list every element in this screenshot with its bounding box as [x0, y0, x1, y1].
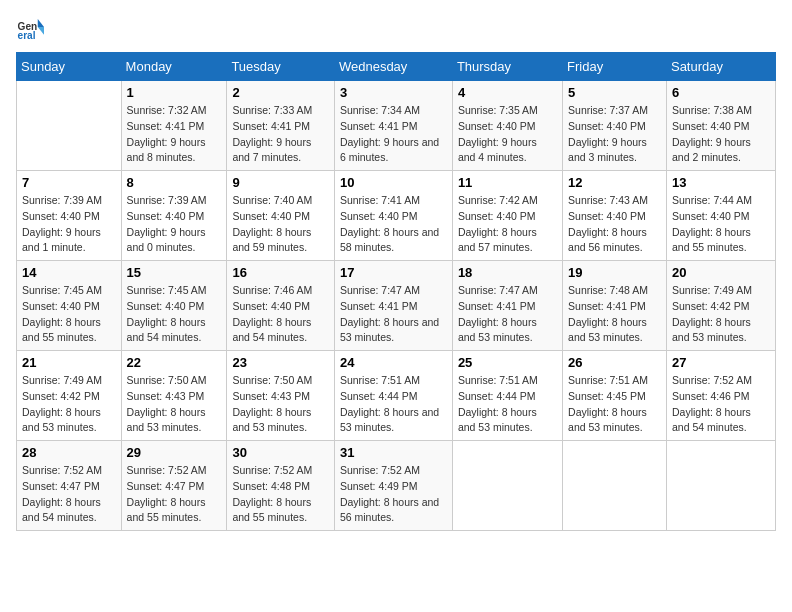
day-cell: 7 Sunrise: 7:39 AMSunset: 4:40 PMDayligh… — [17, 171, 122, 261]
day-number: 14 — [22, 265, 116, 280]
day-cell: 14 Sunrise: 7:45 AMSunset: 4:40 PMDaylig… — [17, 261, 122, 351]
day-info: Sunrise: 7:37 AMSunset: 4:40 PMDaylight:… — [568, 104, 648, 163]
day-number: 27 — [672, 355, 770, 370]
day-info: Sunrise: 7:47 AMSunset: 4:41 PMDaylight:… — [458, 284, 538, 343]
day-info: Sunrise: 7:47 AMSunset: 4:41 PMDaylight:… — [340, 284, 439, 343]
day-info: Sunrise: 7:50 AMSunset: 4:43 PMDaylight:… — [127, 374, 207, 433]
day-number: 12 — [568, 175, 661, 190]
day-cell: 25 Sunrise: 7:51 AMSunset: 4:44 PMDaylig… — [452, 351, 562, 441]
day-info: Sunrise: 7:41 AMSunset: 4:40 PMDaylight:… — [340, 194, 439, 253]
day-cell: 24 Sunrise: 7:51 AMSunset: 4:44 PMDaylig… — [334, 351, 452, 441]
logo: Gen eral — [16, 16, 48, 44]
day-number: 25 — [458, 355, 557, 370]
day-info: Sunrise: 7:46 AMSunset: 4:40 PMDaylight:… — [232, 284, 312, 343]
header-sunday: Sunday — [17, 53, 122, 81]
day-info: Sunrise: 7:43 AMSunset: 4:40 PMDaylight:… — [568, 194, 648, 253]
header-friday: Friday — [563, 53, 667, 81]
logo-icon: Gen eral — [16, 16, 44, 44]
day-cell: 21 Sunrise: 7:49 AMSunset: 4:42 PMDaylig… — [17, 351, 122, 441]
day-cell: 29 Sunrise: 7:52 AMSunset: 4:47 PMDaylig… — [121, 441, 227, 531]
day-cell: 16 Sunrise: 7:46 AMSunset: 4:40 PMDaylig… — [227, 261, 335, 351]
day-number: 31 — [340, 445, 447, 460]
day-info: Sunrise: 7:32 AMSunset: 4:41 PMDaylight:… — [127, 104, 207, 163]
day-info: Sunrise: 7:52 AMSunset: 4:49 PMDaylight:… — [340, 464, 439, 523]
day-info: Sunrise: 7:52 AMSunset: 4:46 PMDaylight:… — [672, 374, 752, 433]
day-info: Sunrise: 7:35 AMSunset: 4:40 PMDaylight:… — [458, 104, 538, 163]
day-number: 11 — [458, 175, 557, 190]
header: Gen eral — [16, 16, 776, 44]
day-cell — [666, 441, 775, 531]
day-number: 8 — [127, 175, 222, 190]
day-number: 24 — [340, 355, 447, 370]
day-number: 21 — [22, 355, 116, 370]
day-cell: 1 Sunrise: 7:32 AMSunset: 4:41 PMDayligh… — [121, 81, 227, 171]
day-info: Sunrise: 7:38 AMSunset: 4:40 PMDaylight:… — [672, 104, 752, 163]
day-number: 26 — [568, 355, 661, 370]
day-cell: 22 Sunrise: 7:50 AMSunset: 4:43 PMDaylig… — [121, 351, 227, 441]
day-cell: 15 Sunrise: 7:45 AMSunset: 4:40 PMDaylig… — [121, 261, 227, 351]
day-cell: 12 Sunrise: 7:43 AMSunset: 4:40 PMDaylig… — [563, 171, 667, 261]
day-number: 17 — [340, 265, 447, 280]
day-info: Sunrise: 7:45 AMSunset: 4:40 PMDaylight:… — [127, 284, 207, 343]
day-info: Sunrise: 7:50 AMSunset: 4:43 PMDaylight:… — [232, 374, 312, 433]
day-cell: 26 Sunrise: 7:51 AMSunset: 4:45 PMDaylig… — [563, 351, 667, 441]
day-cell: 11 Sunrise: 7:42 AMSunset: 4:40 PMDaylig… — [452, 171, 562, 261]
svg-marker-3 — [38, 27, 44, 35]
day-number: 7 — [22, 175, 116, 190]
day-cell: 6 Sunrise: 7:38 AMSunset: 4:40 PMDayligh… — [666, 81, 775, 171]
header-saturday: Saturday — [666, 53, 775, 81]
day-number: 28 — [22, 445, 116, 460]
day-cell: 19 Sunrise: 7:48 AMSunset: 4:41 PMDaylig… — [563, 261, 667, 351]
day-cell: 3 Sunrise: 7:34 AMSunset: 4:41 PMDayligh… — [334, 81, 452, 171]
day-info: Sunrise: 7:51 AMSunset: 4:44 PMDaylight:… — [340, 374, 439, 433]
calendar-table: SundayMondayTuesdayWednesdayThursdayFrid… — [16, 52, 776, 531]
day-info: Sunrise: 7:52 AMSunset: 4:47 PMDaylight:… — [127, 464, 207, 523]
day-info: Sunrise: 7:51 AMSunset: 4:44 PMDaylight:… — [458, 374, 538, 433]
day-number: 20 — [672, 265, 770, 280]
day-cell: 31 Sunrise: 7:52 AMSunset: 4:49 PMDaylig… — [334, 441, 452, 531]
day-cell: 28 Sunrise: 7:52 AMSunset: 4:47 PMDaylig… — [17, 441, 122, 531]
day-info: Sunrise: 7:44 AMSunset: 4:40 PMDaylight:… — [672, 194, 752, 253]
day-cell: 5 Sunrise: 7:37 AMSunset: 4:40 PMDayligh… — [563, 81, 667, 171]
day-info: Sunrise: 7:40 AMSunset: 4:40 PMDaylight:… — [232, 194, 312, 253]
day-cell: 9 Sunrise: 7:40 AMSunset: 4:40 PMDayligh… — [227, 171, 335, 261]
day-cell: 27 Sunrise: 7:52 AMSunset: 4:46 PMDaylig… — [666, 351, 775, 441]
week-row-3: 21 Sunrise: 7:49 AMSunset: 4:42 PMDaylig… — [17, 351, 776, 441]
day-number: 9 — [232, 175, 329, 190]
day-number: 18 — [458, 265, 557, 280]
day-info: Sunrise: 7:39 AMSunset: 4:40 PMDaylight:… — [22, 194, 102, 253]
day-info: Sunrise: 7:49 AMSunset: 4:42 PMDaylight:… — [672, 284, 752, 343]
day-cell: 13 Sunrise: 7:44 AMSunset: 4:40 PMDaylig… — [666, 171, 775, 261]
day-cell: 18 Sunrise: 7:47 AMSunset: 4:41 PMDaylig… — [452, 261, 562, 351]
day-info: Sunrise: 7:52 AMSunset: 4:47 PMDaylight:… — [22, 464, 102, 523]
day-cell — [452, 441, 562, 531]
day-cell: 4 Sunrise: 7:35 AMSunset: 4:40 PMDayligh… — [452, 81, 562, 171]
day-info: Sunrise: 7:34 AMSunset: 4:41 PMDaylight:… — [340, 104, 439, 163]
day-number: 4 — [458, 85, 557, 100]
day-cell: 30 Sunrise: 7:52 AMSunset: 4:48 PMDaylig… — [227, 441, 335, 531]
header-row: SundayMondayTuesdayWednesdayThursdayFrid… — [17, 53, 776, 81]
day-info: Sunrise: 7:48 AMSunset: 4:41 PMDaylight:… — [568, 284, 648, 343]
day-cell: 8 Sunrise: 7:39 AMSunset: 4:40 PMDayligh… — [121, 171, 227, 261]
day-info: Sunrise: 7:52 AMSunset: 4:48 PMDaylight:… — [232, 464, 312, 523]
header-monday: Monday — [121, 53, 227, 81]
week-row-1: 7 Sunrise: 7:39 AMSunset: 4:40 PMDayligh… — [17, 171, 776, 261]
day-number: 1 — [127, 85, 222, 100]
svg-marker-2 — [38, 19, 44, 27]
day-info: Sunrise: 7:42 AMSunset: 4:40 PMDaylight:… — [458, 194, 538, 253]
day-number: 19 — [568, 265, 661, 280]
day-info: Sunrise: 7:39 AMSunset: 4:40 PMDaylight:… — [127, 194, 207, 253]
week-row-0: 1 Sunrise: 7:32 AMSunset: 4:41 PMDayligh… — [17, 81, 776, 171]
day-cell: 23 Sunrise: 7:50 AMSunset: 4:43 PMDaylig… — [227, 351, 335, 441]
day-cell — [17, 81, 122, 171]
day-number: 13 — [672, 175, 770, 190]
day-cell: 10 Sunrise: 7:41 AMSunset: 4:40 PMDaylig… — [334, 171, 452, 261]
day-number: 15 — [127, 265, 222, 280]
week-row-4: 28 Sunrise: 7:52 AMSunset: 4:47 PMDaylig… — [17, 441, 776, 531]
day-number: 23 — [232, 355, 329, 370]
header-thursday: Thursday — [452, 53, 562, 81]
day-cell — [563, 441, 667, 531]
day-cell: 20 Sunrise: 7:49 AMSunset: 4:42 PMDaylig… — [666, 261, 775, 351]
day-number: 30 — [232, 445, 329, 460]
day-info: Sunrise: 7:51 AMSunset: 4:45 PMDaylight:… — [568, 374, 648, 433]
